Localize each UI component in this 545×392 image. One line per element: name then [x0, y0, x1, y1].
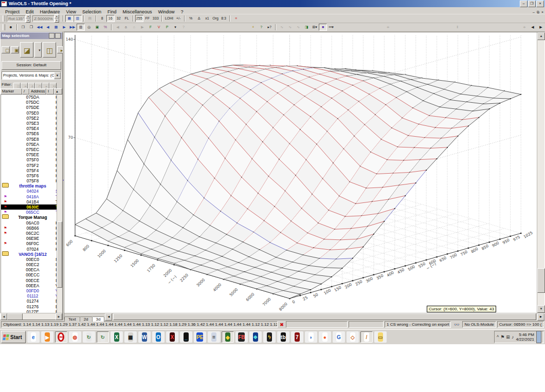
ecm-titanium-2-icon[interactable]: ↻ [97, 331, 109, 343]
zoom-spinner-up[interactable]: ▲ [55, 14, 59, 18]
winols-taskbar-icon[interactable]: 80 [55, 331, 67, 343]
pe-tool-icon[interactable]: PE [194, 331, 206, 343]
tray-volume-icon[interactable]: ♪ [512, 334, 514, 340]
brave-icon[interactable]: ● [319, 331, 331, 343]
color-mode-button[interactable]: ■ [319, 24, 327, 31]
list-item[interactable]: ⚑06B66K [1, 226, 62, 231]
scroll-left-button[interactable]: ◀ [529, 24, 537, 31]
rotation-spinner[interactable]: ▲▼ [26, 14, 30, 23]
menu-miscellaneous[interactable]: Miscellaneous [119, 9, 155, 14]
chevron-down-icon[interactable]: ▼ [54, 72, 61, 79]
next-map-button[interactable]: ▶ [60, 24, 68, 31]
difference-button[interactable]: Δ [195, 15, 203, 22]
panel-close-button[interactable] [55, 33, 61, 39]
tray-expand-icon[interactable]: ^ [497, 334, 499, 340]
percent-button[interactable]: % [187, 15, 195, 22]
rotation-spinner-up[interactable]: ▲ [26, 14, 30, 18]
session-button[interactable]: Session: Default [2, 61, 61, 70]
chart-vscroll-thumb[interactable] [537, 268, 545, 293]
bits-float-button[interactable]: FL [123, 15, 131, 22]
first-map-button[interactable]: ◀◀ [35, 24, 44, 31]
tab-scroll-right-button[interactable]: ▶ [537, 313, 544, 321]
list-item[interactable]: 0127EE [1, 309, 62, 313]
list-item[interactable]: 00EC2Ir [1, 262, 62, 267]
rotation-field[interactable]: Rot:135° [7, 15, 26, 22]
map-list-vscrollbar[interactable] [57, 95, 62, 313]
map-list-hscrollbar[interactable]: ◀ ▶ [1, 313, 62, 320]
wrench-tool-icon[interactable]: / [360, 331, 373, 343]
list-item[interactable]: ⚑065CCT [1, 210, 62, 215]
zoom-field[interactable]: Z:50000% [32, 15, 54, 22]
g-defender-icon[interactable]: G [333, 331, 345, 343]
map-list-vscroll-thumb[interactable] [57, 221, 62, 288]
project-button[interactable]: P [163, 24, 171, 31]
show-desktop-button[interactable] [536, 331, 541, 343]
list-item[interactable]: 075DCK [1, 100, 62, 105]
hex-button[interactable]: FF [143, 15, 152, 22]
map-selection-toggle[interactable]: ▥ [77, 24, 85, 31]
open-project-button[interactable]: ◪ [20, 42, 33, 58]
view-mode-dropdown[interactable]: ⊞▾ [311, 24, 319, 31]
menu-[interactable]: ? [178, 9, 187, 14]
list-item[interactable]: VANOS (16/12 [1, 252, 62, 257]
list-item[interactable]: 075F4K [1, 168, 62, 173]
scroll-right-button[interactable]: ▶ [537, 24, 545, 31]
save-button[interactable]: ▣ [11, 46, 19, 53]
proportion-button[interactable]: 8:3 [220, 15, 228, 22]
view-combo[interactable]: Projects, Versions & Maps: (Ctrl ▼ [2, 71, 61, 80]
list-item[interactable]: 075F2K [1, 162, 62, 167]
filter-button-1[interactable]: ◫ [13, 83, 21, 89]
list-item[interactable]: ⚑06F0CK [1, 241, 62, 246]
list-item[interactable]: 01112V [1, 293, 62, 298]
view-3d-button[interactable]: ▦ [65, 15, 74, 22]
original-button[interactable]: Org [211, 15, 220, 22]
folder-icon[interactable]: ▭ [374, 331, 387, 343]
surface-chart-canvas[interactable]: 6008001000125015001750200022503000400050… [64, 32, 537, 313]
seven-zip-icon[interactable]: 7 [291, 331, 303, 343]
list-item[interactable]: 075F6K [1, 173, 62, 178]
tab-2d[interactable]: 2d [80, 316, 93, 322]
menu-edit[interactable]: Edit [23, 9, 37, 14]
list-item[interactable]: 075E6K [1, 131, 62, 136]
bits-32-button[interactable]: 32 [115, 15, 123, 22]
internet-explorer-icon[interactable]: e [27, 331, 40, 343]
list-item[interactable]: throttle maps [1, 183, 62, 189]
list-item[interactable]: 00ECCIr [1, 272, 62, 277]
list-item[interactable]: 00FD0V [1, 288, 62, 293]
clock[interactable]: 5:46 PM 4/22/2021 [516, 332, 534, 342]
menu-hardware[interactable]: Hardware [37, 9, 63, 14]
menu-view[interactable]: View [63, 9, 79, 14]
eprom-chip-icon[interactable]: ▦ [124, 331, 137, 343]
list-item[interactable]: 075F0K [1, 157, 62, 162]
list-item[interactable]: 07024K [1, 246, 62, 251]
mdi-restore-button[interactable]: ⧉ [536, 10, 540, 14]
window-overview-button[interactable]: ❒ [27, 24, 35, 31]
column-marker[interactable]: Marker [1, 88, 22, 95]
filter-button-2[interactable]: ≍ [21, 83, 28, 89]
zoom-spinner-down[interactable]: ▼ [55, 18, 59, 23]
list-item[interactable]: 075ECK [1, 147, 62, 152]
panel-pin-button[interactable] [49, 33, 55, 39]
insert-button[interactable]: + [249, 24, 257, 31]
list-item[interactable]: 075EAK [1, 142, 62, 147]
chart-vscrollbar[interactable]: ▲ ▼ [537, 32, 544, 313]
rotation-spinner-down[interactable]: ▼ [26, 18, 30, 23]
list-item[interactable]: ⚑0630ET [1, 204, 62, 210]
column-sort-glyph[interactable]: / [22, 88, 29, 95]
menu-selection[interactable]: Selection [79, 9, 104, 14]
media-player-icon[interactable]: ▶ [41, 331, 53, 343]
filter-button-3[interactable]: Δ [28, 83, 35, 89]
list-item[interactable]: 04024S [1, 189, 62, 194]
cubes-tool-icon[interactable]: ❖ [249, 331, 262, 343]
map-list-hscroll-thumb[interactable] [7, 313, 23, 320]
colors-button[interactable]: ≡ [232, 15, 240, 22]
calculator-icon[interactable]: = [208, 331, 220, 343]
chip-fb-icon[interactable]: FB [235, 331, 248, 343]
start-button[interactable]: Start [1, 331, 26, 343]
sign-button[interactable]: +/- [174, 15, 183, 22]
previous-map-button[interactable]: ◀ [44, 24, 52, 31]
list-item[interactable]: 01274E [1, 298, 62, 304]
list-item[interactable]: 075DAK [1, 95, 62, 100]
help-button[interactable]: ? [257, 24, 265, 31]
factor-button[interactable]: x1 [203, 15, 211, 22]
